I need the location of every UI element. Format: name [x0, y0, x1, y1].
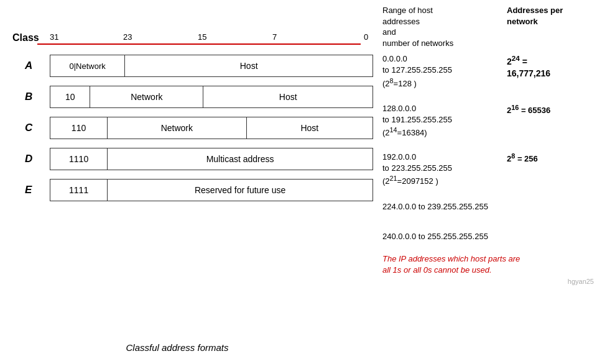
class-a-seg-host: Host: [125, 55, 373, 76]
page-container: Class 31 23 15 7 0 A 0|Network Host B 10…: [0, 0, 597, 364]
range-col-header: Range of hostaddressesandnumber of netwo…: [382, 5, 507, 48]
class-b-bar: 10 Network Host: [50, 86, 373, 108]
bit-0: 0: [364, 32, 368, 42]
class-e-seg-reserved: Reserved for future use: [108, 180, 373, 201]
class-b-seg-prefix: 10: [50, 86, 90, 107]
class-e-letter: E: [25, 184, 50, 196]
per-network-col-header: Addresses pernetwork: [507, 5, 594, 48]
class-e-range-text: 240.0.0.0 to 255.255.255.255: [382, 231, 594, 242]
class-d-bar: 1110 Multicast address: [50, 148, 373, 170]
class-c-range-text: 192.0.0.0to 223.255.255.255(221=2097152 …: [382, 152, 507, 188]
class-c-bar: 110 Network Host: [50, 117, 373, 139]
class-c-per-network: 28 = 256: [507, 152, 594, 165]
class-b-seg-network: Network: [90, 86, 203, 107]
class-e-bar: 1111 Reserved for future use: [50, 179, 373, 201]
class-b-letter: B: [25, 91, 50, 103]
class-a-letter: A: [25, 60, 50, 72]
class-d-seg-multicast: Multicast address: [108, 148, 373, 170]
class-a-range-text: 0.0.0.0to 127.255.255.255(28=128 ): [382, 53, 507, 89]
bit-15: 15: [198, 32, 206, 42]
watermark: hgyan25: [382, 278, 594, 285]
class-b-range-text: 128.0.0.0to 191.255.255.255(214=16384): [382, 103, 507, 139]
class-e-seg-prefix: 1111: [50, 180, 108, 201]
class-c-seg-network: Network: [108, 117, 247, 139]
bit-31: 31: [50, 32, 58, 42]
bit-23: 23: [123, 32, 132, 42]
right-panel: Range of hostaddressesandnumber of netwo…: [382, 5, 594, 285]
class-c-range-row: 192.0.0.0to 223.255.255.255(221=2097152 …: [382, 152, 594, 188]
class-a-per-network: 224 =16,777,216: [507, 53, 594, 80]
class-a-range-row: 0.0.0.0to 127.255.255.255(28=128 ) 224 =…: [382, 53, 594, 89]
class-header-label: Class: [12, 32, 39, 43]
class-e-range-row: 240.0.0.0 to 255.255.255.255: [382, 231, 594, 242]
class-b-per-network: 216 = 65536: [507, 103, 594, 117]
red-divider-line: [37, 43, 361, 45]
class-c-letter: C: [25, 122, 50, 134]
class-d-range-row: 224.0.0.0 to 239.255.255.255: [382, 201, 594, 212]
class-d-range-text: 224.0.0.0 to 239.255.255.255: [382, 201, 594, 212]
right-column-headers: Range of hostaddressesandnumber of netwo…: [382, 5, 594, 48]
footer-label: Classful address formats: [0, 342, 367, 353]
class-c-seg-host: Host: [247, 117, 373, 139]
red-note-container: The IP addresses which host parts areall…: [382, 253, 594, 284]
class-d-seg-prefix: 1110: [50, 148, 108, 170]
class-b-seg-host: Host: [203, 86, 373, 107]
class-a-seg-prefix: 0|Network: [50, 55, 125, 76]
class-b-range-row: 128.0.0.0to 191.255.255.255(214=16384) 2…: [382, 103, 594, 139]
red-note-text: The IP addresses which host parts areall…: [382, 253, 594, 276]
class-c-seg-prefix: 110: [50, 117, 108, 139]
bit-7: 7: [272, 32, 277, 42]
class-d-letter: D: [25, 153, 50, 165]
class-a-bar: 0|Network Host: [50, 55, 373, 77]
